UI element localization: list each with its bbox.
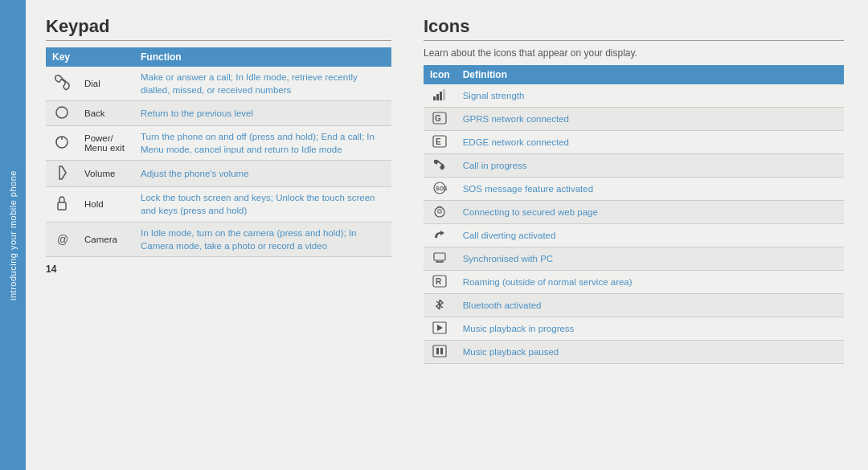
status-icon — [424, 341, 457, 364]
key-function: In Idle mode, turn on the camera (press … — [134, 222, 391, 256]
table-row: Synchronised with PC — [424, 247, 844, 271]
table-row: Connecting to secured web page — [424, 201, 844, 224]
key-name: Dial — [78, 67, 134, 101]
table-row: SOSSOS message feature activated — [424, 178, 844, 201]
key-name: Power/Menu exit — [78, 126, 134, 161]
key-icon: @ — [46, 222, 78, 256]
table-row: GGPRS network connected — [424, 108, 844, 131]
status-icon — [424, 84, 457, 108]
icons-col-definition: Definition — [457, 65, 844, 84]
icon-definition: Synchronised with PC — [457, 247, 844, 271]
status-icon: E — [424, 131, 457, 154]
svg-rect-4 — [433, 96, 436, 100]
status-icon: SOS — [424, 178, 457, 201]
table-row: BackReturn to the previous level — [46, 101, 391, 126]
svg-text:R: R — [436, 277, 442, 286]
table-row: DialMake or answer a call; In Idle mode,… — [46, 67, 391, 101]
keypad-title: Keypad — [46, 16, 391, 41]
key-function: Return to the previous level — [134, 101, 391, 126]
key-icon — [46, 126, 78, 161]
status-icon — [424, 154, 457, 178]
keypad-col-function: Function — [134, 47, 391, 67]
table-row: Bluetooth activated — [424, 294, 844, 317]
keypad-panel: Keypad Key Function DialMake or answer a… — [46, 16, 391, 458]
status-icon — [424, 294, 457, 317]
key-function: Adjust the phone's volume — [134, 161, 391, 187]
key-icon — [46, 161, 78, 187]
svg-rect-23 — [440, 348, 443, 354]
icon-definition: Connecting to secured web page — [457, 201, 844, 224]
keypad-col-key-name — [78, 47, 134, 67]
svg-rect-7 — [443, 89, 445, 100]
key-name: Hold — [78, 187, 134, 222]
svg-marker-20 — [437, 325, 443, 331]
svg-rect-5 — [436, 94, 439, 100]
key-name: Camera — [78, 222, 134, 256]
icons-intro: Learn about the icons that appear on you… — [424, 47, 844, 59]
key-icon — [46, 67, 78, 101]
svg-rect-15 — [438, 210, 441, 213]
key-function: Make or answer a call; In Idle mode, ret… — [134, 67, 391, 101]
table-row: Music playback paused — [424, 341, 844, 364]
icon-definition: Music playback paused — [457, 341, 844, 364]
icons-table: Icon Definition Signal strengthGGPRS net… — [424, 65, 844, 364]
keypad-table: Key Function DialMake or answer a call; … — [46, 47, 391, 257]
status-icon — [424, 201, 457, 224]
icons-col-icon: Icon — [424, 65, 457, 84]
svg-point-0 — [56, 107, 68, 118]
svg-rect-22 — [436, 348, 439, 354]
status-icon — [424, 224, 457, 247]
table-row: @CameraIn Idle mode, turn on the camera … — [46, 222, 391, 256]
table-row: Signal strength — [424, 84, 844, 108]
svg-rect-16 — [434, 253, 445, 260]
icons-panel: Icons Learn about the icons that appear … — [424, 16, 844, 458]
table-row: HoldLock the touch screen and keys; Unlo… — [46, 187, 391, 222]
icon-definition: Call diverting activated — [457, 224, 844, 247]
table-row: EEDGE network connected — [424, 131, 844, 154]
svg-text:SOS: SOS — [436, 186, 447, 191]
icon-definition: SOS message feature activated — [457, 178, 844, 201]
icon-definition: GPRS network connected — [457, 108, 844, 131]
table-row: Power/Menu exitTurn the phone on and off… — [46, 126, 391, 161]
icons-title: Icons — [424, 16, 844, 41]
key-function: Lock the touch screen and keys; Unlock t… — [134, 187, 391, 222]
table-row: VolumeAdjust the phone's volume — [46, 161, 391, 187]
icon-definition: Bluetooth activated — [457, 294, 844, 317]
key-function: Turn the phone on and off (press and hol… — [134, 126, 391, 161]
key-name: Volume — [78, 161, 134, 187]
key-icon — [46, 187, 78, 222]
icon-definition: Call in progress — [457, 154, 844, 178]
svg-rect-21 — [433, 345, 446, 357]
status-icon: R — [424, 271, 457, 294]
icon-definition: EDGE network connected — [457, 131, 844, 154]
sidebar-label: introducing your mobile phone — [8, 170, 18, 300]
key-icon — [46, 101, 78, 126]
status-icon: G — [424, 108, 457, 131]
svg-text:@: @ — [57, 233, 68, 246]
status-icon — [424, 247, 457, 271]
svg-rect-2 — [58, 202, 66, 210]
svg-text:E: E — [436, 137, 441, 146]
table-row: RRoaming (outside of normal service area… — [424, 271, 844, 294]
page-number: 14 — [46, 264, 391, 275]
sidebar: introducing your mobile phone — [0, 0, 26, 470]
svg-rect-6 — [440, 92, 442, 100]
table-row: Music playback in progress — [424, 317, 844, 341]
key-name: Back — [78, 101, 134, 126]
keypad-col-key: Key — [46, 47, 78, 67]
main-content: Keypad Key Function DialMake or answer a… — [26, 0, 868, 470]
icon-definition: Signal strength — [457, 84, 844, 108]
table-row: Call in progress — [424, 154, 844, 178]
icon-definition: Roaming (outside of normal service area) — [457, 271, 844, 294]
svg-text:G: G — [435, 114, 441, 123]
status-icon — [424, 317, 457, 341]
table-row: Call diverting activated — [424, 224, 844, 247]
icon-definition: Music playback in progress — [457, 317, 844, 341]
